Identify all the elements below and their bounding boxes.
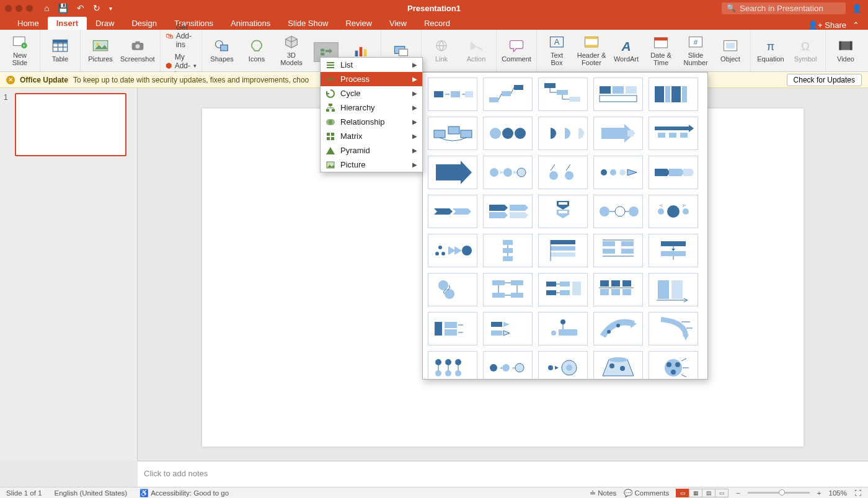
- smartart-layout-39[interactable]: [593, 351, 643, 380]
- smartart-layout-27[interactable]: [483, 273, 533, 306]
- new-slide-button[interactable]: + New Slide: [5, 35, 35, 66]
- smartart-layout-16[interactable]: [428, 195, 477, 228]
- smartart-category-process[interactable]: Process▶: [321, 72, 422, 86]
- smartart-layout-38[interactable]: [538, 351, 588, 380]
- video-button[interactable]: Video: [831, 38, 861, 63]
- smartart-layout-18[interactable]: [538, 195, 588, 228]
- collapse-ribbon-icon[interactable]: ⌃: [852, 20, 859, 30]
- check-updates-button[interactable]: Check for Updates: [787, 74, 862, 86]
- smartart-category-picture[interactable]: Picture▶: [321, 158, 422, 172]
- smartart-category-matrix[interactable]: Matrix▶: [321, 129, 422, 143]
- link-button[interactable]: Link: [427, 38, 456, 63]
- smartart-layout-28[interactable]: [538, 273, 588, 306]
- slide-preview[interactable]: [15, 93, 126, 156]
- normal-view-button[interactable]: ▭: [676, 489, 689, 497]
- notes-pane[interactable]: Click to add notes: [138, 461, 868, 487]
- fit-window-button[interactable]: ⛶: [854, 489, 862, 497]
- smartart-layout-29[interactable]: [593, 273, 643, 306]
- zoom-slider[interactable]: [748, 492, 810, 494]
- home-icon[interactable]: ⌂: [44, 3, 49, 13]
- smartart-layout-32[interactable]: [483, 312, 533, 345]
- tab-review[interactable]: Review: [337, 17, 381, 30]
- tab-record[interactable]: Record: [415, 17, 459, 30]
- search-box[interactable]: 🔍: [722, 2, 846, 14]
- smartart-layout-13[interactable]: [538, 156, 588, 189]
- smartart-layout-30[interactable]: [649, 273, 698, 306]
- maximize-window-btn[interactable]: [26, 5, 33, 12]
- zoom-out-button[interactable]: −: [736, 489, 740, 497]
- reading-view-button[interactable]: ▤: [702, 489, 715, 497]
- smartart-layout-21[interactable]: [428, 234, 477, 267]
- equation-button[interactable]: π Equation: [756, 38, 786, 63]
- wordart-button[interactable]: A WordArt: [611, 38, 641, 63]
- smartart-layout-1[interactable]: [428, 78, 477, 111]
- status-slide[interactable]: Slide 1 of 1: [6, 489, 42, 497]
- status-accessibility[interactable]: Accessibility: Good to go: [151, 489, 229, 497]
- screenshot-button[interactable]: Screenshot: [120, 38, 155, 63]
- smartart-layout-2[interactable]: [483, 78, 533, 111]
- smartart-layout-26[interactable]: [428, 273, 477, 306]
- close-message-icon[interactable]: ✕: [6, 76, 15, 84]
- close-window-btn[interactable]: [5, 5, 12, 12]
- redo-icon[interactable]: ↻: [93, 3, 100, 13]
- smartart-layout-33[interactable]: [538, 312, 588, 345]
- smartart-layout-6[interactable]: [428, 117, 477, 150]
- smartart-category-cycle[interactable]: Cycle▶: [321, 86, 422, 100]
- smartart-layout-10[interactable]: [649, 117, 698, 150]
- header-footer-button[interactable]: Header & Footer: [577, 35, 606, 66]
- smartart-layout-4[interactable]: [593, 78, 643, 111]
- pictures-button[interactable]: Pictures: [86, 38, 115, 63]
- smartart-layout-31[interactable]: [428, 312, 477, 345]
- 3d-models-button[interactable]: 3D Models: [277, 35, 306, 66]
- smartart-layout-37[interactable]: +=: [483, 351, 533, 380]
- table-button[interactable]: Table: [45, 38, 75, 63]
- smartart-layout-11[interactable]: [428, 156, 477, 189]
- smartart-layout-34[interactable]: [593, 312, 643, 345]
- tab-home[interactable]: Home: [9, 17, 48, 30]
- smartart-layout-9[interactable]: [593, 117, 643, 150]
- smartart-gallery[interactable]: >()<+=: [422, 72, 708, 380]
- user-icon[interactable]: 👤: [852, 4, 862, 13]
- save-icon[interactable]: 💾: [58, 3, 68, 13]
- share-button[interactable]: 👤+ Share: [808, 20, 846, 30]
- slide-thumbnail[interactable]: 1: [4, 93, 133, 156]
- slide-thumbnail-panel[interactable]: 1: [0, 88, 138, 461]
- smartart-layout-23[interactable]: [538, 234, 588, 267]
- icons-button[interactable]: Icons: [242, 38, 272, 63]
- tab-animations[interactable]: Animations: [222, 17, 279, 30]
- smartart-category-hierarchy[interactable]: Hierarchy▶: [321, 100, 422, 115]
- object-button[interactable]: Object: [715, 38, 745, 63]
- smartart-layout-19[interactable]: [593, 195, 643, 228]
- zoom-slide-button[interactable]: [386, 43, 416, 58]
- smartart-layout-7[interactable]: [483, 117, 533, 150]
- smartart-layout-36[interactable]: [428, 351, 477, 380]
- undo-icon[interactable]: ↶: [77, 3, 84, 13]
- datetime-button[interactable]: Date & Time: [646, 35, 676, 66]
- smartart-layout-22[interactable]: [483, 234, 533, 267]
- get-addins-button[interactable]: 🛍Get Add-ins: [166, 23, 197, 49]
- tab-view[interactable]: View: [381, 17, 415, 30]
- tab-design[interactable]: Design: [123, 17, 165, 30]
- zoom-level[interactable]: 105%: [829, 489, 847, 497]
- smartart-layout-15[interactable]: [649, 156, 698, 189]
- smartart-layout-24[interactable]: [593, 234, 643, 267]
- sorter-view-button[interactable]: ▦: [689, 489, 702, 497]
- smartart-layout-20[interactable]: >()<: [649, 195, 698, 228]
- zoom-in-button[interactable]: +: [817, 489, 822, 497]
- tab-slideshow[interactable]: Slide Show: [279, 17, 337, 30]
- minimize-window-btn[interactable]: [16, 5, 22, 12]
- slide-number-button[interactable]: # Slide Number: [681, 35, 711, 66]
- search-input[interactable]: [740, 4, 841, 13]
- chart-button[interactable]: [346, 43, 376, 58]
- smartart-layout-25[interactable]: [649, 234, 698, 267]
- smartart-layout-12[interactable]: [483, 156, 533, 189]
- smartart-layout-14[interactable]: [593, 156, 643, 189]
- shapes-button[interactable]: Shapes: [207, 38, 237, 63]
- smartart-layout-35[interactable]: [649, 312, 698, 345]
- smartart-category-list[interactable]: List▶: [321, 58, 422, 72]
- status-language[interactable]: English (United States): [55, 489, 128, 497]
- smartart-layout-5[interactable]: [649, 78, 698, 111]
- smartart-layout-3[interactable]: [538, 78, 588, 111]
- smartart-layout-8[interactable]: [538, 117, 588, 150]
- smartart-category-pyramid[interactable]: Pyramid▶: [321, 143, 422, 158]
